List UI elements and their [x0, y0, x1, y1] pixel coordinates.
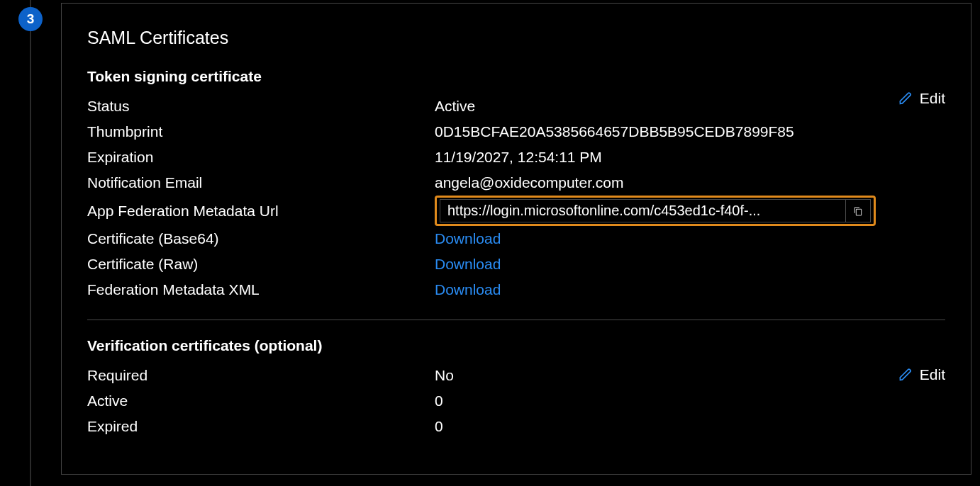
expiration-label: Expiration	[87, 149, 435, 166]
cert-base64-label: Certificate (Base64)	[87, 230, 435, 247]
expired-label: Expired	[87, 418, 435, 435]
cert-base64-row: Certificate (Base64) Download	[87, 226, 945, 252]
edit-button-label: Edit	[920, 366, 945, 383]
thumbprint-row: Thumbprint 0D15BCFAE20A5385664657DBB5B95…	[87, 119, 945, 145]
saml-certificates-card: SAML Certificates Edit Token signing cer…	[61, 3, 971, 475]
metadata-url-highlight: https://login.microsoftonline.com/c453ed…	[435, 196, 876, 226]
thumbprint-label: Thumbprint	[87, 123, 435, 140]
edit-button-label: Edit	[920, 90, 945, 107]
thumbprint-value: 0D15BCFAE20A5385664657DBB5B95CEDB7899F85	[435, 123, 945, 140]
metadata-url-input[interactable]: https://login.microsoftonline.com/c453ed…	[440, 199, 845, 222]
step-connector-line	[30, 0, 31, 486]
expired-value: 0	[435, 418, 945, 435]
svg-rect-0	[856, 209, 861, 215]
status-label: Status	[87, 98, 435, 115]
metadata-url-label: App Federation Metadata Url	[87, 203, 435, 220]
cert-raw-label: Certificate (Raw)	[87, 256, 435, 273]
status-value: Active	[435, 98, 945, 115]
fed-xml-row: Federation Metadata XML Download	[87, 277, 945, 303]
download-raw-link[interactable]: Download	[435, 256, 945, 273]
required-value: No	[435, 367, 945, 384]
notification-email-value: angela@oxidecomputer.com	[435, 174, 945, 191]
copy-url-button[interactable]	[845, 199, 871, 222]
copy-icon	[852, 205, 864, 217]
cert-raw-row: Certificate (Raw) Download	[87, 252, 945, 277]
required-label: Required	[87, 367, 435, 384]
active-label: Active	[87, 392, 435, 409]
pencil-icon	[898, 91, 913, 106]
notification-email-label: Notification Email	[87, 174, 435, 191]
step-number-badge: 3	[18, 7, 43, 31]
required-row: Required No	[87, 363, 945, 388]
expired-row: Expired 0	[87, 414, 945, 439]
download-base64-link[interactable]: Download	[435, 230, 945, 247]
download-fedxml-link[interactable]: Download	[435, 281, 945, 298]
card-title: SAML Certificates	[87, 28, 945, 48]
pencil-icon	[898, 368, 913, 382]
verification-certificates-section: Verification certificates (optional) Req…	[87, 337, 945, 439]
expiration-value: 11/19/2027, 12:54:11 PM	[435, 149, 945, 166]
edit-token-cert-button[interactable]: Edit	[898, 90, 945, 107]
metadata-url-row: App Federation Metadata Url https://logi…	[87, 196, 945, 226]
active-value: 0	[435, 392, 945, 409]
notification-email-row: Notification Email angela@oxidecomputer.…	[87, 170, 945, 196]
fed-xml-label: Federation Metadata XML	[87, 281, 435, 298]
token-signing-heading: Token signing certificate	[87, 68, 945, 85]
status-row: Status Active	[87, 94, 945, 119]
section-divider	[87, 320, 945, 320]
expiration-row: Expiration 11/19/2027, 12:54:11 PM	[87, 145, 945, 170]
active-row: Active 0	[87, 388, 945, 414]
edit-verification-cert-button[interactable]: Edit	[898, 366, 945, 383]
verification-heading: Verification certificates (optional)	[87, 337, 945, 354]
token-signing-section: Token signing certificate Status Active …	[87, 68, 945, 303]
